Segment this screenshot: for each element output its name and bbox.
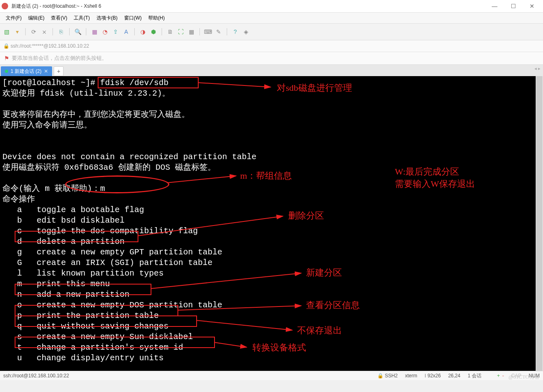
tile-icon[interactable]: ▦: [188, 28, 195, 35]
find-icon[interactable]: 🔍: [74, 28, 81, 35]
addressbar[interactable]: 🔒 ssh://root:******@192.168.100.10:22: [0, 40, 543, 52]
minimize-button[interactable]: —: [485, 0, 504, 12]
separator: [53, 28, 53, 35]
help-icon[interactable]: ?: [232, 28, 239, 35]
status-plus[interactable]: +: [497, 373, 500, 379]
maximize-button[interactable]: ☐: [504, 0, 523, 12]
tab-close-icon[interactable]: ✕: [44, 68, 48, 74]
status-dot-icon: [5, 70, 8, 73]
tab-strip: 1 新建会话 (2) ✕ + ◂ ▸: [0, 65, 543, 76]
titlebar: 新建会话 (2) - root@localhost:~ - Xshell 6 —…: [0, 0, 543, 13]
toolbar: ▧ ▾ ⟳ ⨯ ⎘ 🔍 ▦ ◔ ⇪ A ◑ ⬢ 🗎 ⛶ ▦ ⌨ ✎ ? ◈: [0, 24, 543, 40]
terminal-text: [root@localhost ~]# fdisk /dev/sdb 欢迎使用 …: [2, 78, 541, 364]
menu-tools[interactable]: 工具(T): [71, 14, 92, 22]
status-size: ⁞ 92x26: [425, 373, 441, 379]
status-minus[interactable]: -: [502, 373, 504, 379]
annotation-quit: 不保存退出: [297, 325, 342, 336]
new-session-icon[interactable]: ▧: [3, 28, 10, 35]
separator: [162, 28, 162, 35]
hint-text: 要添加当前会话，点击左侧的箭头按钮。: [12, 55, 107, 62]
window-title: 新建会话 (2) - root@localhost:~ - Xshell 6: [11, 3, 485, 10]
separator: [86, 28, 86, 35]
menu-edit[interactable]: 编辑(E): [26, 14, 47, 22]
font-icon[interactable]: A: [123, 28, 129, 35]
tab-nav-arrows[interactable]: ◂ ▸: [534, 66, 541, 71]
upload-icon[interactable]: ⇪: [112, 28, 119, 35]
separator: [199, 28, 200, 35]
address-text: ssh://root:******@192.168.100.10:22: [11, 43, 89, 49]
highlight-icon[interactable]: ▦: [91, 28, 98, 35]
menu-help[interactable]: 帮助(H): [146, 14, 167, 22]
menu-file[interactable]: 文件(F): [3, 14, 24, 22]
menu-view[interactable]: 查看(V): [48, 14, 70, 22]
xftp-icon[interactable]: ◑: [140, 28, 146, 35]
annotation-w2: 需要输入W保存退出: [395, 179, 475, 189]
new-tab-button[interactable]: +: [54, 66, 63, 76]
tab-label: 1 新建会话 (2): [11, 68, 42, 75]
annotation-w1: W:最后完成分区: [395, 166, 459, 177]
keyboard-icon[interactable]: ⌨: [205, 28, 211, 35]
annotation-m: m：帮组信息: [240, 171, 292, 181]
xagent-icon[interactable]: ⬢: [150, 28, 157, 35]
watermark: @51CTO博客: [508, 373, 540, 381]
folder-icon[interactable]: ▾: [14, 28, 20, 35]
menu-window[interactable]: 窗口(W): [122, 14, 144, 22]
separator: [69, 28, 70, 35]
separator: [134, 28, 135, 35]
annotation-type: 转换设备格式: [252, 342, 306, 353]
separator: [227, 28, 227, 35]
reconnect-icon[interactable]: ⟳: [31, 28, 37, 35]
status-cursor: 26,24: [448, 373, 460, 379]
log-icon[interactable]: 🗎: [167, 28, 173, 35]
status-ssh: 🔒 SSH2: [377, 373, 398, 379]
annotation-sdb: 对sdb磁盘进行管理: [277, 83, 352, 93]
script-icon[interactable]: ✎: [215, 28, 222, 35]
menu-tabs[interactable]: 选项卡(B): [94, 14, 120, 22]
annotation-print: 查看分区信息: [306, 300, 360, 311]
fullscreen-icon[interactable]: ⛶: [177, 28, 184, 35]
status-address: ssh://root@192.168.100.10:22: [3, 373, 69, 379]
disconnect-icon[interactable]: ⨯: [41, 28, 48, 35]
annotation-new: 新建分区: [306, 267, 342, 278]
close-button[interactable]: ✕: [523, 0, 541, 12]
status-sessions: 1 会话: [468, 372, 482, 379]
annotation-delete: 删除分区: [288, 210, 324, 221]
statusbar: ssh://root@192.168.100.10:22 🔒 SSH2 xter…: [0, 371, 543, 380]
copy-icon[interactable]: ⎘: [58, 28, 64, 35]
lock-icon: 🔒: [3, 43, 9, 49]
menubar: 文件(F) 编辑(E) 查看(V) 工具(T) 选项卡(B) 窗口(W) 帮助(…: [0, 13, 543, 24]
separator: [25, 28, 26, 35]
extra-icon[interactable]: ◈: [243, 28, 249, 35]
session-icon[interactable]: ◔: [102, 28, 108, 35]
hint-bar: ⚑ 要添加当前会话，点击左侧的箭头按钮。: [0, 52, 543, 65]
session-tab[interactable]: 1 新建会话 (2) ✕: [1, 66, 52, 76]
terminal-view[interactable]: [root@localhost ~]# fdisk /dev/sdb 欢迎使用 …: [0, 76, 543, 371]
scrollbar-thumb[interactable]: [536, 76, 543, 371]
status-term: xterm: [405, 373, 417, 379]
app-icon: [2, 3, 8, 9]
flag-icon: ⚑: [4, 55, 9, 61]
